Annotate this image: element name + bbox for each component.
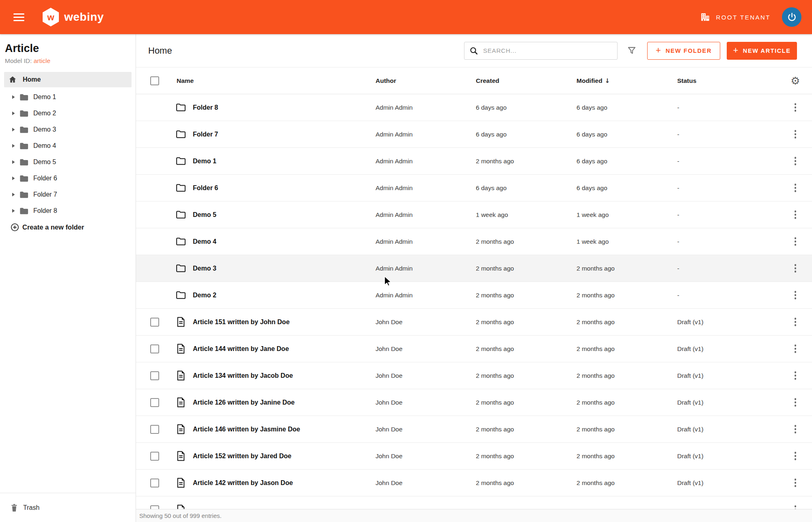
sidebar-folder-item[interactable]: Folder 7	[0, 186, 136, 203]
row-name[interactable]: Folder 6	[193, 184, 376, 192]
table-row[interactable]: Folder 6 Admin Admin 6 days ago 6 days a…	[136, 175, 812, 201]
sidebar-folder-item[interactable]: Folder 6	[0, 170, 136, 186]
table-row[interactable]: Article 142 written by Jason Doe John Do…	[136, 470, 812, 496]
chevron-right-icon[interactable]	[11, 176, 15, 180]
row-name[interactable]: Folder 7	[193, 131, 376, 138]
table-row[interactable]: Article 126 written by Janine Doe John D…	[136, 389, 812, 416]
sidebar-folder-item[interactable]: Demo 3	[0, 121, 136, 138]
row-name[interactable]: Demo 3	[193, 265, 376, 272]
sidebar-folder-item[interactable]: Folder 8	[0, 203, 136, 219]
sidebar-item-home[interactable]: Home	[4, 72, 132, 87]
sidebar-folder-item[interactable]: Demo 2	[0, 105, 136, 121]
row-actions-kebab-icon[interactable]	[792, 128, 799, 141]
new-article-button[interactable]: + NEW ARTICLE	[727, 42, 797, 60]
sidebar-folder-item[interactable]: Demo 5	[0, 154, 136, 170]
table-row[interactable]: Demo 2 Admin Admin 2 months ago 2 months…	[136, 282, 812, 309]
filter-button[interactable]	[626, 45, 637, 56]
chevron-right-icon[interactable]	[11, 95, 15, 99]
row-actions-kebab-icon[interactable]	[792, 101, 799, 114]
table-row[interactable]: Demo 1 Admin Admin 2 months ago 6 days a…	[136, 148, 812, 175]
chevron-right-icon[interactable]	[11, 128, 15, 132]
row-actions-kebab-icon[interactable]	[792, 449, 799, 463]
chevron-right-icon[interactable]	[11, 111, 15, 115]
tenant-selector[interactable]: ROOT TENANT	[700, 12, 771, 22]
user-avatar[interactable]	[782, 7, 801, 27]
row-actions-kebab-icon[interactable]	[792, 181, 799, 195]
column-header-name[interactable]: Name	[168, 77, 376, 84]
table-header: Name Author Created Modified↓ Status ⚙	[136, 67, 812, 94]
plus-circle-icon	[11, 223, 19, 232]
row-author: John Doe	[376, 426, 476, 433]
row-actions-kebab-icon[interactable]	[792, 422, 799, 436]
sidebar-folder-label: Folder 8	[33, 207, 57, 214]
column-header-modified[interactable]: Modified↓	[577, 77, 677, 84]
column-header-author[interactable]: Author	[376, 77, 476, 84]
row-checkbox[interactable]	[150, 371, 159, 380]
webiny-logo[interactable]: w webiny	[41, 7, 104, 27]
sidebar-folder-label: Demo 4	[33, 142, 56, 149]
row-checkbox[interactable]	[150, 479, 159, 487]
folder-icon	[176, 157, 186, 165]
table-row[interactable]: Article 134 written by Jacob Doe John Do…	[136, 362, 812, 389]
row-name[interactable]: Article 146 written by Jasmine Doe	[193, 426, 376, 433]
table-row[interactable]: Folder 7 Admin Admin 6 days ago 6 days a…	[136, 121, 812, 148]
chevron-right-icon[interactable]	[11, 209, 15, 213]
row-name[interactable]: Demo 1	[193, 158, 376, 165]
row-actions-kebab-icon[interactable]	[792, 315, 799, 329]
row-actions-kebab-icon[interactable]	[792, 396, 799, 409]
row-name[interactable]: Folder 8	[193, 104, 376, 111]
row-name[interactable]: Article 142 written by Jason Doe	[193, 479, 376, 487]
row-actions-kebab-icon[interactable]	[792, 154, 799, 168]
select-all-checkbox[interactable]	[150, 76, 159, 85]
row-name[interactable]: Article 152 written by Jared Doe	[193, 453, 376, 460]
row-name[interactable]: Demo 2	[193, 292, 376, 299]
row-actions-kebab-icon[interactable]	[792, 288, 799, 302]
row-actions-kebab-icon[interactable]	[792, 476, 799, 490]
sidebar: Article Model ID: article Home	[0, 34, 136, 522]
row-name[interactable]: Article 134 written by Jacob Doe	[193, 372, 376, 379]
table-row[interactable]: Demo 4 Admin Admin 2 months ago 1 week a…	[136, 228, 812, 255]
sidebar-folder-label: Demo 3	[33, 126, 56, 133]
table-row[interactable]: Demo 3 Admin Admin 2 months ago 2 months…	[136, 255, 812, 282]
table-row[interactable]: Article 146 written by Jasmine Doe John …	[136, 416, 812, 443]
row-checkbox[interactable]	[150, 318, 159, 327]
search-input[interactable]	[483, 47, 612, 54]
new-folder-button[interactable]: + NEW FOLDER	[647, 42, 720, 60]
table-row[interactable]: Article 144 written by Jane Doe John Doe…	[136, 336, 812, 362]
sidebar-folder-item[interactable]: Demo 1	[0, 89, 136, 105]
chevron-right-icon[interactable]	[11, 144, 15, 148]
table-row[interactable]: Demo 5 Admin Admin 1 week ago 1 week ago…	[136, 201, 812, 228]
row-author: John Doe	[376, 318, 476, 326]
row-actions-kebab-icon[interactable]	[792, 369, 799, 382]
row-actions-kebab-icon[interactable]	[792, 342, 799, 355]
row-name[interactable]: Article 151 written by John Doe	[193, 318, 376, 326]
table-row[interactable]: Article 152 written by Jared Doe John Do…	[136, 443, 812, 470]
row-created: 6 days ago	[476, 131, 577, 138]
table-row[interactable]: Folder 8 Admin Admin 6 days ago 6 days a…	[136, 94, 812, 121]
row-checkbox[interactable]	[150, 398, 159, 407]
row-name[interactable]: Article 144 written by Jane Doe	[193, 345, 376, 353]
chevron-right-icon[interactable]	[11, 160, 15, 164]
sidebar-folder-label: Folder 7	[33, 191, 57, 198]
row-actions-kebab-icon[interactable]	[792, 208, 799, 221]
row-name[interactable]: Demo 4	[193, 238, 376, 245]
folder-icon	[19, 207, 28, 215]
row-checkbox[interactable]	[150, 425, 159, 434]
gear-icon[interactable]: ⚙	[790, 76, 800, 86]
chevron-right-icon[interactable]	[11, 193, 15, 197]
trash-button[interactable]: Trash	[0, 493, 136, 522]
column-header-created[interactable]: Created	[476, 77, 577, 84]
row-checkbox[interactable]	[150, 344, 159, 353]
column-header-status[interactable]: Status	[677, 77, 779, 84]
row-checkbox[interactable]	[150, 452, 159, 461]
row-actions-kebab-icon[interactable]	[792, 262, 799, 275]
row-name[interactable]: Article 126 written by Janine Doe	[193, 399, 376, 406]
create-folder-button[interactable]: Create a new folder	[11, 223, 136, 232]
row-actions-kebab-icon[interactable]	[792, 235, 799, 248]
row-status: -	[677, 158, 779, 165]
table-row[interactable]: Article 151 written by John Doe John Doe…	[136, 309, 812, 336]
row-created: 2 months ago	[476, 292, 577, 299]
row-name[interactable]: Demo 5	[193, 211, 376, 219]
hamburger-menu-icon[interactable]	[13, 13, 24, 21]
sidebar-folder-item[interactable]: Demo 4	[0, 138, 136, 154]
